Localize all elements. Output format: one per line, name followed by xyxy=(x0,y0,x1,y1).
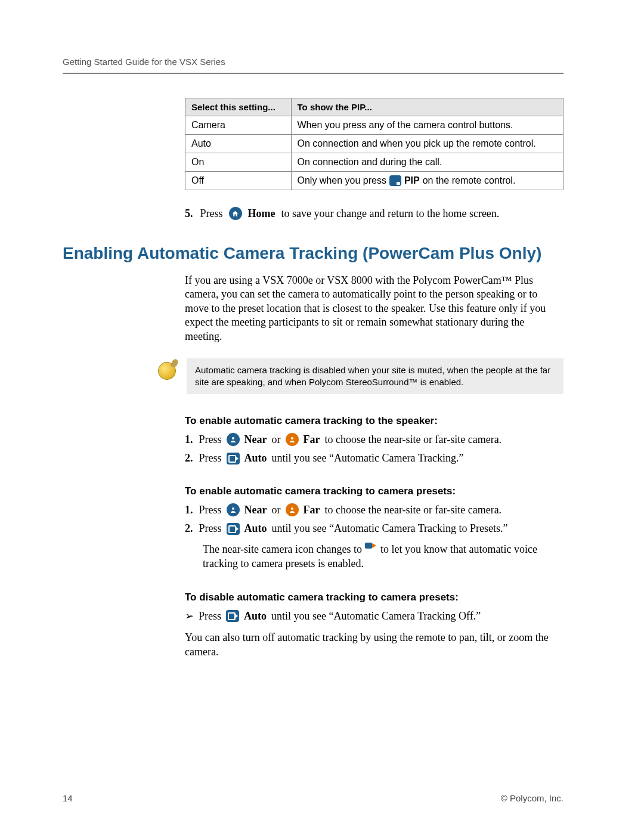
auto-label: Auto xyxy=(244,610,267,623)
step-text: to choose the near-site or far-site came… xyxy=(324,504,501,516)
auto-icon xyxy=(227,523,240,535)
pip-table-wrap: Select this setting... To show the PIP..… xyxy=(185,98,564,190)
page-number: 14 xyxy=(63,793,73,803)
intro-paragraph: If you are using a VSX 7000e or VSX 8000… xyxy=(185,274,564,343)
home-label: Home xyxy=(248,208,275,220)
cell-text: on the remote control. xyxy=(423,175,516,186)
step-text: Press xyxy=(199,504,222,516)
step-number: 2. xyxy=(185,522,193,535)
step-number: 1. xyxy=(185,504,193,516)
table-header-setting: Select this setting... xyxy=(185,98,292,116)
list-item: 2. Press Auto until you see “Automatic C… xyxy=(185,452,564,465)
svg-point-2 xyxy=(232,507,234,510)
subheading-speaker: To enable automatic camera tracking to t… xyxy=(185,415,564,427)
subheading-disable: To disable automatic camera tracking to … xyxy=(185,592,564,603)
note-icon xyxy=(158,362,176,380)
cell-desc: Only when you press PIP on the remote co… xyxy=(291,172,563,190)
step-text: to save your change and return to the ho… xyxy=(281,208,500,220)
step-text: until you see “Automatic Camera Tracking… xyxy=(272,522,508,535)
step-text: Press xyxy=(200,208,223,220)
step-text: to choose the near-site or far-site came… xyxy=(324,433,501,446)
cell-setting: Camera xyxy=(185,116,292,135)
svg-point-1 xyxy=(291,437,293,439)
cell-setting: Off xyxy=(185,172,292,190)
table-row: Camera When you press any of the camera … xyxy=(185,116,564,135)
auto-label: Auto xyxy=(244,452,267,465)
list-item: 2. Press Auto until you see “Automatic C… xyxy=(185,522,564,535)
presets-extra: The near-site camera icon changes to to … xyxy=(203,541,564,571)
camera-tracking-icon xyxy=(365,541,378,553)
step-text: until you see “Automatic Camera Tracking… xyxy=(272,452,464,465)
step-text: Press xyxy=(199,433,222,446)
step-text: or xyxy=(272,433,281,446)
near-label: Near xyxy=(244,433,267,446)
far-label: Far xyxy=(304,504,320,516)
cell-desc: On connection and during the call. xyxy=(291,153,563,172)
step-number: 2. xyxy=(185,452,193,465)
running-header: Getting Started Guide for the VSX Series xyxy=(63,57,564,73)
step-text: or xyxy=(272,504,281,516)
near-label: Near xyxy=(244,504,267,516)
home-icon xyxy=(229,207,242,220)
closing-paragraph: You can also turn off automatic tracking… xyxy=(185,631,564,659)
step-5: 5. Press Home to save your change and re… xyxy=(185,207,564,220)
far-icon xyxy=(286,503,299,516)
subheading-presets: To enable automatic camera tracking to c… xyxy=(185,485,564,497)
table-row: Auto On connection and when you pick up … xyxy=(185,135,564,153)
far-icon xyxy=(286,433,299,446)
auto-icon xyxy=(226,610,239,622)
list-item: 1. Press Near or Far to choose the near-… xyxy=(185,503,564,516)
svg-point-0 xyxy=(232,437,234,439)
auto-label: Auto xyxy=(244,522,267,535)
copyright: © Polycom, Inc. xyxy=(501,793,564,803)
table-row: On On connection and during the call. xyxy=(185,153,564,172)
note-block: Automatic camera tracking is disabled wh… xyxy=(158,358,564,395)
near-icon xyxy=(227,433,240,446)
pip-settings-table: Select this setting... To show the PIP..… xyxy=(185,98,564,190)
page-footer: 14 © Polycom, Inc. xyxy=(63,793,564,803)
note-text: Automatic camera tracking is disabled wh… xyxy=(187,358,564,395)
step-text: Press xyxy=(199,452,222,465)
cell-setting: Auto xyxy=(185,135,292,153)
presets-steps: 1. Press Near or Far to choose the near-… xyxy=(185,503,564,535)
header-rule xyxy=(63,73,564,74)
table-row: Off Only when you press PIP on the remot… xyxy=(185,172,564,190)
step-text: Press xyxy=(199,610,221,623)
cell-text: Only when you press xyxy=(298,175,386,186)
pip-icon xyxy=(389,175,401,186)
cell-bold: PIP xyxy=(404,175,420,186)
cell-desc: On connection and when you pick up the r… xyxy=(291,135,563,153)
svg-point-3 xyxy=(291,507,293,510)
document-page: Getting Started Guide for the VSX Series… xyxy=(0,0,644,833)
far-label: Far xyxy=(304,433,320,446)
step-number: 1. xyxy=(185,433,193,446)
step-number: 5. xyxy=(185,208,193,220)
list-item: 1. Press Near or Far to choose the near-… xyxy=(185,433,564,446)
arrow-bullet: ➢ xyxy=(185,609,194,623)
near-icon xyxy=(227,503,240,516)
table-header-desc: To show the PIP... xyxy=(291,98,563,116)
step-text: Press xyxy=(199,522,222,535)
disable-step: ➢ Press Auto until you see “Automatic Ca… xyxy=(185,609,564,623)
step-text: until you see “Automatic Camera Tracking… xyxy=(271,610,481,623)
extra-text: The near-site camera icon changes to xyxy=(203,543,365,555)
cell-desc: When you press any of the camera control… xyxy=(291,116,563,135)
auto-icon xyxy=(227,453,240,465)
speaker-steps: 1. Press Near or Far to choose the near-… xyxy=(185,433,564,465)
cell-setting: On xyxy=(185,153,292,172)
section-heading: Enabling Automatic Camera Tracking (Powe… xyxy=(63,244,564,263)
